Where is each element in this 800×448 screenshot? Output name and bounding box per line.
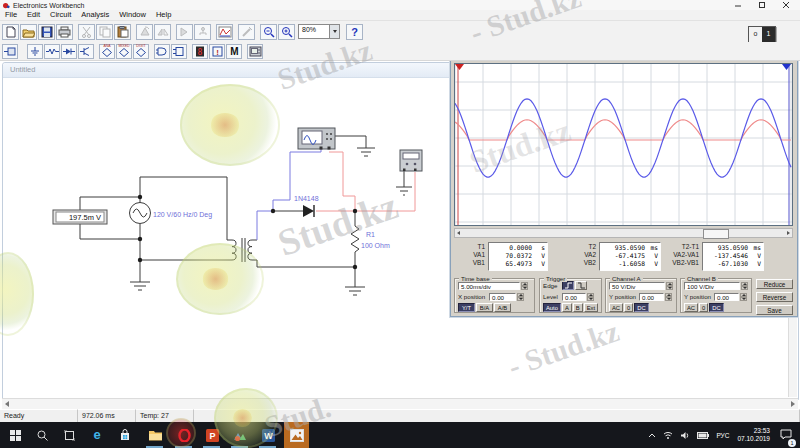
trigger-level-field[interactable]: 0.00 <box>562 293 586 301</box>
help-button[interactable]: ? <box>346 24 363 40</box>
trigger-a-button[interactable]: A <box>562 303 572 312</box>
component-properties-button[interactable] <box>238 24 255 40</box>
copy-button[interactable] <box>96 24 113 40</box>
indicators-bin-button[interactable]: 8 <box>192 44 208 59</box>
channel-b-yposition-field[interactable]: 0.00 <box>714 293 739 301</box>
new-button[interactable] <box>2 24 19 40</box>
network-icon[interactable] <box>663 431 673 439</box>
rotate-button[interactable] <box>136 24 153 40</box>
paint3d-icon[interactable] <box>231 426 249 444</box>
cut-button[interactable] <box>78 24 95 40</box>
channel-a-ac-button[interactable]: AC <box>609 303 623 312</box>
trigger-b-button[interactable]: B <box>573 303 583 312</box>
zoom-out-button[interactable] <box>260 24 277 40</box>
channel-a-yposition-field[interactable]: 0.00 <box>639 293 664 301</box>
power-off-label[interactable]: o <box>749 27 762 42</box>
channel-a-zero-button[interactable]: 0 <box>624 303 633 312</box>
analog-ic-bin-button[interactable]: ANA <box>99 44 115 59</box>
tray-clock[interactable]: 23:53 07.10.2019 <box>737 427 770 443</box>
trigger-auto-button[interactable]: Auto <box>543 303 561 312</box>
miscellaneous-bin-button[interactable]: M <box>226 44 242 59</box>
flip-horizontal-button[interactable] <box>154 24 171 40</box>
timebase-mode-yt-button[interactable]: Y/T <box>458 303 475 312</box>
maximize-button[interactable] <box>758 1 766 9</box>
save-trace-button[interactable]: Save <box>756 305 793 315</box>
oscilloscope-window[interactable]: Oscilloscope T1VA1VB1 0.0000s 70.0372V 6… <box>450 45 798 317</box>
scroll-right-arrow[interactable] <box>791 401 795 407</box>
mixed-ic-bin-button[interactable]: MIXED <box>116 44 132 59</box>
menu-window[interactable]: Window <box>114 10 151 20</box>
timebase-xposition-field[interactable]: 0.00 <box>489 293 516 301</box>
edge-icon[interactable]: e <box>88 426 106 444</box>
channel-a-dc-button[interactable]: DC <box>634 303 648 312</box>
scroll-left-arrow[interactable] <box>5 401 9 407</box>
open-button[interactable] <box>20 24 37 40</box>
power-on-label[interactable]: 1 <box>762 27 775 42</box>
paste-button[interactable] <box>114 24 131 40</box>
trigger-level-spinner[interactable] <box>587 293 594 301</box>
controls-bin-button[interactable]: ! <box>209 44 225 59</box>
file-explorer-icon[interactable] <box>146 426 164 444</box>
trigger-edge-rising-button[interactable] <box>562 281 574 290</box>
search-icon[interactable] <box>33 426 51 444</box>
menu-file[interactable]: File <box>0 10 22 20</box>
simulation-power-switch[interactable]: o 1 <box>748 26 776 43</box>
microsoft-store-icon[interactable] <box>116 426 134 444</box>
channel-b-yposition-spinner[interactable] <box>740 293 747 301</box>
timebase-xposition-spinner[interactable] <box>517 293 524 301</box>
powerpoint-icon[interactable]: P <box>203 426 221 444</box>
timebase-scale-field[interactable]: 5.00ms/div <box>458 282 520 290</box>
minimize-button[interactable] <box>734 1 742 9</box>
sources-bin-button[interactable] <box>27 44 43 59</box>
diodes-bin-button[interactable] <box>61 44 77 59</box>
canvas-horizontal-scrollbar[interactable] <box>2 398 798 409</box>
tray-language[interactable]: РУС <box>716 432 729 439</box>
channel-b-ac-button[interactable]: AC <box>684 303 698 312</box>
channel-b-dc-button[interactable]: DC <box>709 303 723 312</box>
channel-a-scale-spinner[interactable] <box>666 282 673 290</box>
channel-b-scale-spinner[interactable] <box>741 282 748 290</box>
task-view-icon[interactable] <box>60 426 78 444</box>
zoom-in-button[interactable] <box>278 24 295 40</box>
reverse-button[interactable]: Reverse <box>756 292 793 302</box>
menu-circuit[interactable]: Circuit <box>45 10 76 20</box>
timebase-mode-ba-button[interactable]: B/A <box>476 303 493 312</box>
opera-icon[interactable] <box>175 426 193 444</box>
trigger-ext-button[interactable]: Ext <box>584 303 598 312</box>
channel-a-yposition-spinner[interactable] <box>665 293 672 301</box>
scope-scroll-right-arrow[interactable] <box>787 231 790 235</box>
subcircuit-button[interactable] <box>194 24 211 40</box>
transistors-bin-button[interactable] <box>78 44 94 59</box>
menu-edit[interactable]: Edit <box>22 10 45 20</box>
reduce-button[interactable]: Reduce <box>756 279 793 289</box>
scope-scroll-left-arrow[interactable] <box>457 231 460 235</box>
digital-ic-bin-button[interactable]: DIGIT <box>133 44 149 59</box>
favorites-bin-button[interactable] <box>2 44 18 59</box>
digital-bin-button[interactable] <box>171 44 187 59</box>
oscilloscope-scrollbar[interactable] <box>454 228 793 238</box>
timebase-scale-spinner[interactable] <box>521 282 528 290</box>
timebase-mode-ab-button[interactable]: A/B <box>494 303 511 312</box>
photos-icon[interactable] <box>284 422 309 448</box>
close-button[interactable] <box>782 1 790 9</box>
flip-vertical-button[interactable] <box>176 24 193 40</box>
action-center-icon[interactable]: 1 <box>780 426 792 444</box>
trigger-edge-falling-button[interactable] <box>575 281 587 290</box>
start-button[interactable] <box>6 426 24 444</box>
channel-b-scale-field[interactable]: 100 V/Div <box>684 282 740 290</box>
scope-scroll-thumb[interactable] <box>703 229 729 239</box>
basic-bin-button[interactable] <box>44 44 60 59</box>
save-button[interactable] <box>38 24 55 40</box>
analysis-graph-button[interactable] <box>216 24 233 40</box>
print-button[interactable] <box>56 24 73 40</box>
zoom-level-dropdown-arrow[interactable] <box>329 25 339 38</box>
channel-a-scale-field[interactable]: 50 V/Div <box>609 282 665 290</box>
channel-b-zero-button[interactable]: 0 <box>699 303 708 312</box>
menu-analysis[interactable]: Analysis <box>76 10 114 20</box>
word-icon[interactable]: W <box>259 426 277 444</box>
menu-help[interactable]: Help <box>151 10 176 20</box>
instruments-bin-button[interactable] <box>247 44 263 59</box>
battery-icon[interactable] <box>697 432 709 439</box>
logic-gates-bin-button[interactable] <box>154 44 170 59</box>
volume-icon[interactable] <box>680 431 690 440</box>
